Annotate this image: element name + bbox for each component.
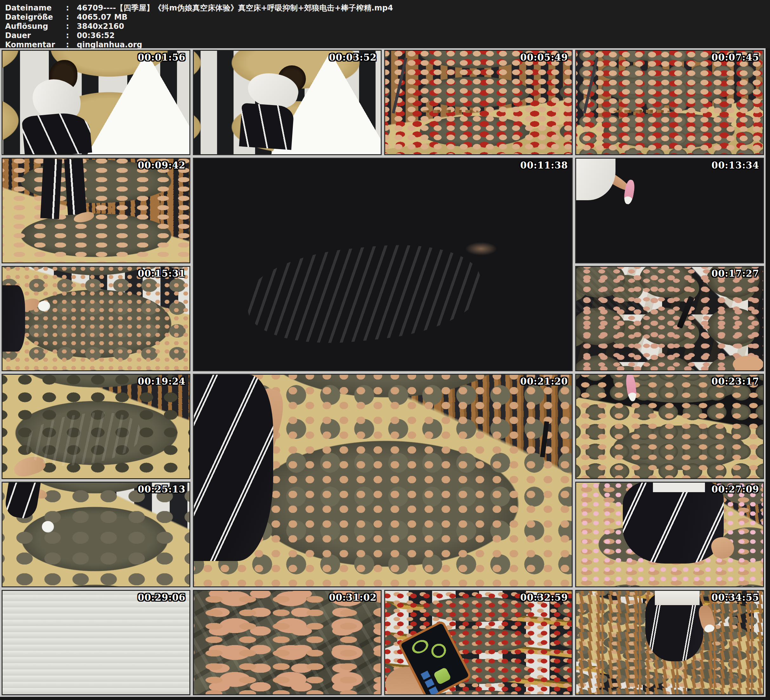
timestamp-overlay: 00:17:27	[712, 269, 759, 278]
video-thumbnail: 00:27:09	[575, 482, 764, 587]
thumbnail-image	[576, 591, 763, 694]
thumbnail-image	[576, 159, 763, 262]
timestamp-overlay: 00:09:42	[138, 161, 185, 170]
video-thumbnail: 00:09:42	[2, 158, 190, 263]
meta-row-resolution: Auflösung : 3840x2160	[5, 21, 770, 31]
video-thumbnail: 00:13:34	[575, 158, 764, 263]
meta-row-filesize: Dateigröße : 4065.07 MB	[5, 12, 770, 21]
meta-row-duration: Dauer : 00:36:52	[5, 31, 770, 40]
meta-separator: :	[66, 40, 77, 49]
meta-label: Dateiname	[5, 3, 66, 12]
video-thumbnail-large: 00:11:38	[193, 158, 573, 371]
scene-detail	[3, 482, 41, 520]
meta-separator: :	[66, 31, 77, 40]
timestamp-overlay: 00:05:49	[520, 53, 568, 62]
scene-detail	[243, 236, 485, 353]
thumbnail-image	[3, 51, 189, 154]
video-thumbnail: 00:15:31	[2, 266, 190, 371]
meta-row-filename: Dateiname : 46709----【四季屋】《抖m伪娘真空床体验》真空床…	[5, 3, 770, 12]
thumbnail-image	[385, 591, 572, 694]
thumbnail-image	[576, 51, 763, 154]
thumbnail-image	[194, 375, 572, 587]
scene-detail	[40, 158, 62, 219]
thumbnail-image	[194, 591, 381, 694]
thumbnail-image	[3, 483, 189, 586]
scene-detail	[194, 375, 273, 561]
thumbnail-image	[3, 591, 189, 694]
thumbnail-image	[3, 267, 189, 370]
timestamp-overlay: 00:34:55	[712, 593, 759, 602]
timestamp-overlay: 00:03:52	[329, 53, 377, 62]
thumbnail-image	[576, 483, 763, 586]
timestamp-overlay: 00:01:56	[138, 53, 185, 62]
meta-row-comment: Kommentar : qinglanhua.org	[5, 40, 770, 49]
video-thumbnail: 00:23:17	[575, 374, 764, 479]
meta-separator: :	[66, 3, 77, 12]
video-thumbnail: 00:07:45	[575, 50, 764, 155]
timestamp-overlay: 00:21:20	[520, 377, 568, 386]
timestamp-overlay: 00:27:09	[712, 485, 759, 494]
video-thumbnail: 00:34:55	[575, 590, 764, 695]
video-thumbnail: 00:01:56	[2, 50, 190, 155]
video-thumbnail: 00:05:49	[384, 50, 573, 155]
timestamp-overlay: 00:19:24	[138, 377, 185, 386]
scene-detail	[3, 285, 25, 352]
timestamp-overlay: 00:25:13	[138, 485, 185, 494]
timestamp-overlay: 00:23:17	[712, 377, 759, 386]
video-thumbnail: 00:29:06	[2, 590, 190, 695]
thumbnail-image	[3, 159, 189, 262]
video-thumbnail: 00:25:13	[2, 482, 190, 587]
thumbnail-image	[3, 375, 189, 478]
video-thumbnail: 00:32:59	[384, 590, 573, 695]
scene-detail	[30, 77, 83, 124]
meta-label: Auflösung	[5, 22, 66, 31]
thumbnail-image	[194, 159, 572, 370]
video-thumbnail: 00:31:02	[193, 590, 382, 695]
timestamp-overlay: 00:32:59	[520, 593, 568, 602]
video-thumbnail: 00:19:24	[2, 374, 190, 479]
timestamp-overlay: 00:11:38	[520, 161, 568, 170]
timestamp-overlay: 00:29:06	[138, 593, 185, 602]
video-thumbnail-large: 00:21:20	[193, 374, 573, 587]
thumbnail-image	[194, 51, 381, 154]
meta-separator: :	[66, 13, 77, 21]
scene-detail	[715, 345, 764, 371]
meta-value-filesize: 4065.07 MB	[77, 13, 770, 21]
thumbnail-image	[576, 267, 763, 370]
thumbnail-image	[576, 375, 763, 478]
scene-detail	[645, 593, 704, 661]
meta-separator: :	[66, 22, 77, 31]
timestamp-overlay: 00:13:34	[712, 161, 759, 170]
scene-detail	[576, 159, 615, 200]
timestamp-overlay: 00:07:45	[712, 53, 759, 62]
remote-app-phone	[398, 620, 472, 695]
file-metadata-header: Dateiname : 46709----【四季屋】《抖m伪娘真空床体验》真空床…	[0, 0, 770, 48]
thumbnail-grid: 00:01:56 00:03:52 00:05:49 00:07:45 00:0…	[0, 48, 765, 697]
meta-label: Dauer	[5, 31, 66, 40]
scene-detail	[244, 68, 302, 113]
timestamp-overlay: 00:31:02	[329, 593, 377, 602]
meta-value-comment: qinglanhua.org	[77, 40, 770, 49]
meta-label: Kommentar	[5, 40, 66, 49]
meta-label: Dateigröße	[5, 13, 66, 21]
thumbnail-image	[385, 51, 572, 154]
video-thumbnail: 00:17:27	[575, 266, 764, 371]
timestamp-overlay: 00:15:31	[138, 269, 185, 278]
scene-detail	[12, 453, 47, 479]
meta-value-filename: 46709----【四季屋】《抖m伪娘真空床体验》真空床+呼吸抑制+郊狼电击+棒…	[77, 3, 770, 13]
meta-value-resolution: 3840x2160	[77, 22, 770, 31]
video-thumbnail: 00:03:52	[193, 50, 382, 155]
scene-detail	[623, 482, 724, 564]
meta-value-duration: 00:36:52	[77, 31, 770, 40]
